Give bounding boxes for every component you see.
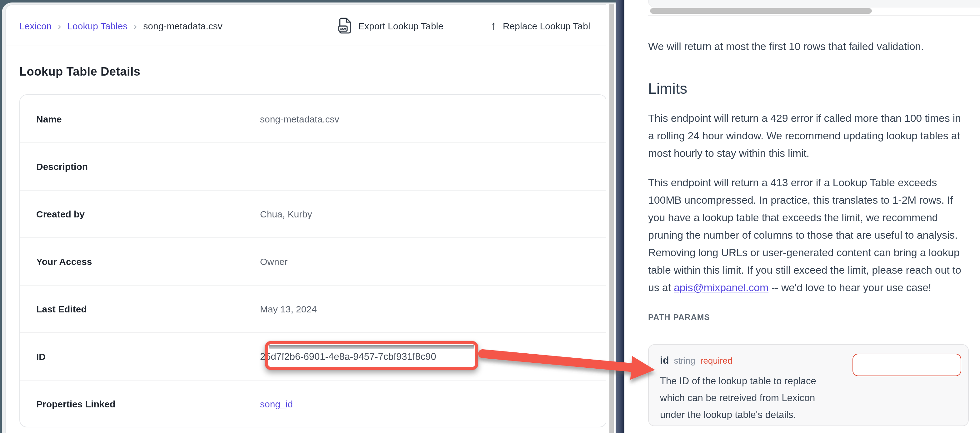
csv-file-icon: csv xyxy=(338,18,352,34)
upload-arrow-icon: ↑ xyxy=(491,19,496,31)
docs-intro-text: We will return at most the first 10 rows… xyxy=(648,38,968,56)
chevron-right-icon: › xyxy=(134,20,137,31)
replace-button-label: Replace Lookup Tabl xyxy=(503,20,590,31)
param-description: The ID of the lookup table to replace wh… xyxy=(660,373,816,423)
param-description-line: which can be retreived from Lexicon xyxy=(660,389,816,406)
row-value: May 13, 2024 xyxy=(260,304,317,314)
path-param-card: id string required The ID of the lookup … xyxy=(648,344,969,426)
window-divider xyxy=(616,0,624,433)
row-value: Owner xyxy=(260,256,288,267)
paragraph-text: -- we'd love to hear your use case! xyxy=(768,282,931,294)
svg-text:csv: csv xyxy=(340,27,346,31)
left-scrollbar-track xyxy=(606,4,616,433)
id-annotation-highlight-box xyxy=(265,341,478,370)
row-label: Your Access xyxy=(20,256,260,267)
limits-heading: Limits xyxy=(648,79,968,99)
row-label: ID xyxy=(20,351,260,362)
left-scrollbar-thumb[interactable] xyxy=(609,4,614,433)
param-type: string xyxy=(674,355,695,366)
row-label: Created by xyxy=(20,209,260,219)
export-lookup-table-button[interactable]: csv Export Lookup Table xyxy=(338,5,444,46)
breadcrumb-current-file: song-metadata.csv xyxy=(143,20,222,31)
breadcrumb-lookup-tables[interactable]: Lookup Tables xyxy=(67,20,127,31)
table-row-created-by: Created by Chua, Kurby xyxy=(20,190,606,237)
screen: Lexicon › Lookup Tables › song-metadata.… xyxy=(0,0,980,433)
docs-panel: We will return at most the first 10 rows… xyxy=(624,0,980,433)
docs-content: We will return at most the first 10 rows… xyxy=(648,0,968,334)
id-param-input[interactable] xyxy=(853,353,961,376)
row-label: Last Edited xyxy=(20,304,260,314)
breadcrumb: Lexicon › Lookup Tables › song-metadata.… xyxy=(19,5,223,46)
id-field-scrollbar xyxy=(269,345,474,349)
table-row-description: Description xyxy=(20,142,606,190)
row-label: Description xyxy=(20,161,260,172)
breadcrumb-bar: Lexicon › Lookup Tables › song-metadata.… xyxy=(6,5,616,46)
path-params-label: PATH PARAMS xyxy=(648,309,968,326)
row-value: song-metadata.csv xyxy=(260,113,339,124)
paragraph-text: This endpoint will return a 413 error if… xyxy=(648,177,961,294)
param-description-line: The ID of the lookup table to replace xyxy=(660,373,816,389)
param-name: id xyxy=(660,355,669,366)
table-row-last-edited: Last Edited May 13, 2024 xyxy=(20,285,606,333)
table-row-properties-linked: Properties Linked song_id xyxy=(20,380,606,427)
export-button-label: Export Lookup Table xyxy=(358,20,444,31)
limits-paragraph-429: This endpoint will return a 429 error if… xyxy=(648,110,968,162)
row-value: Chua, Kurby xyxy=(260,209,312,219)
apis-mixpanel-email-link[interactable]: apis@mixpanel.com xyxy=(674,282,768,294)
table-row-your-access: Your Access Owner xyxy=(20,237,606,285)
limits-paragraph-413: This endpoint will return a 413 error if… xyxy=(648,174,968,297)
replace-lookup-table-button[interactable]: ↑ Replace Lookup Tabl xyxy=(491,5,590,46)
table-row-name: Name song-metadata.csv xyxy=(20,95,606,142)
row-label: Name xyxy=(20,113,260,124)
param-required-badge: required xyxy=(700,355,732,366)
param-header: id string required xyxy=(660,355,732,366)
page-title: Lookup Table Details xyxy=(19,65,140,79)
breadcrumb-lexicon[interactable]: Lexicon xyxy=(19,20,52,31)
song-id-property-link[interactable]: song_id xyxy=(260,399,293,409)
lookup-table-details-card: Name song-metadata.csv Description Creat… xyxy=(19,94,607,427)
chevron-right-icon: › xyxy=(58,20,61,31)
param-description-line: under the lookup table's details. xyxy=(660,406,816,423)
row-label: Properties Linked xyxy=(20,399,260,409)
